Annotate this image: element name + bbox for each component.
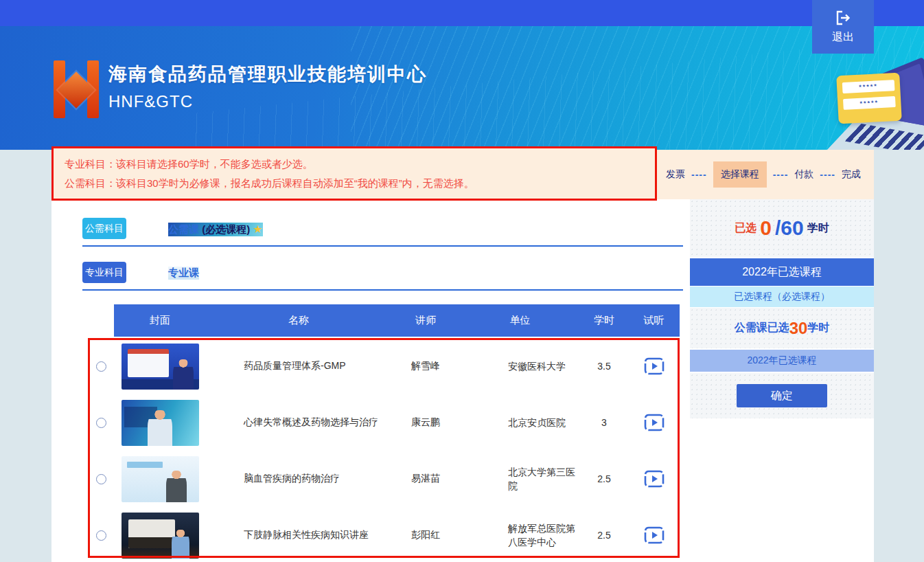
table-row: 脑血管疾病的药物治疗 易湛苗 北京大学第三医院 2.5 [88, 451, 680, 507]
course-hours: 2.5 [580, 473, 628, 484]
course-radio[interactable] [96, 474, 106, 484]
col-header-unit: 单位 [460, 314, 580, 327]
step-done: 完成 [842, 168, 861, 181]
course-lecturer: 解雪峰 [391, 360, 460, 372]
course-hours: 2.5 [580, 530, 628, 541]
selected-total: /60 [775, 216, 804, 240]
tab-public-subject[interactable]: 公需科目 [82, 218, 126, 239]
password-field-row: ***** [843, 96, 896, 110]
course-table-body: 药品质量管理体系-GMP 解雪峰 安徽医科大学 3.5 心律失常概述及药物选择与… [88, 338, 680, 562]
table-row: 心律失常概述及药物选择与治疗 康云鹏 北京安贞医院 3 [88, 394, 680, 451]
step-select-course: 选择课程 [713, 161, 767, 188]
year-selected-link[interactable]: 2022年已选课程 [690, 350, 874, 372]
col-header-lecturer: 讲师 [391, 314, 460, 327]
course-lecturer: 彭阳红 [391, 529, 460, 541]
play-preview-button[interactable] [644, 470, 665, 488]
public-section-title: 公需课 (必选课程) ★ [168, 223, 263, 236]
professional-section-title: 专业课 [168, 267, 199, 280]
course-radio[interactable] [96, 418, 106, 428]
top-bar [0, 0, 924, 26]
col-header-trial: 试听 [628, 314, 680, 327]
content-card: 公需科目 公需课 (必选课程) ★ 专业科目 专业课 封面 名称 讲师 单位 学… [51, 199, 874, 562]
step-invoice: 发票 [666, 168, 685, 181]
course-lecturer: 康云鹏 [391, 416, 460, 429]
public-suffix: 学时 [807, 321, 829, 335]
selected-prefix: 已选 [735, 221, 756, 236]
password-card: ***** ***** [836, 73, 902, 124]
course-unit: 解放军总医院第八医学中心 [460, 521, 577, 549]
step-payment: 付款 [794, 168, 813, 181]
course-lecturer: 易湛苗 [391, 473, 460, 485]
col-header-cover: 封面 [114, 314, 206, 327]
year-selected-header: 2022年已选课程 [690, 258, 874, 286]
public-hours: 30 [789, 319, 808, 338]
public-course-label: 公需课 [168, 223, 199, 235]
laptop-illustration: ***** ***** [842, 55, 924, 150]
course-name: 下肢静脉相关性疾病知识讲座 [206, 529, 391, 541]
course-name: 脑血管疾病的药物治疗 [206, 473, 391, 485]
tab-professional-subject[interactable]: 专业科目 [82, 262, 126, 283]
course-unit: 北京大学第三医院 [460, 465, 577, 493]
table-row: 下肢静脉相关性疾病知识讲座 彭阳红 解放军总医院第八医学中心 2.5 [88, 507, 680, 562]
step-separator: ---- [773, 169, 789, 180]
course-thumbnail[interactable] [122, 456, 199, 502]
logout-button[interactable]: 退出 [812, 0, 874, 54]
selected-courses-label: 已选课程（必选课程） [690, 286, 874, 307]
play-preview-button[interactable] [644, 526, 665, 544]
logout-label: 退出 [832, 30, 854, 45]
section-divider [82, 289, 683, 291]
selected-hours-summary: 已选 0 /60 学时 [690, 199, 874, 257]
table-row: 药品质量管理体系-GMP 解雪峰 安徽医科大学 3.5 [88, 338, 680, 394]
selected-suffix: 学时 [807, 221, 829, 236]
course-unit: 北京安贞医院 [460, 416, 577, 429]
site-title: 海南食品药品管理职业技能培训中心 [108, 62, 427, 87]
course-thumbnail[interactable] [122, 513, 199, 559]
course-radio[interactable] [96, 361, 106, 372]
col-header-name: 名称 [206, 314, 391, 327]
col-header-hours: 学时 [580, 314, 628, 327]
public-hours-summary: 公需课已选 30 学时 [690, 308, 874, 348]
course-hours: 3.5 [580, 361, 628, 372]
course-name: 心律失常概述及药物选择与治疗 [206, 416, 391, 429]
star-icon: ★ [253, 223, 262, 235]
step-separator: ---- [820, 169, 835, 180]
public-course-note: (必选课程) [202, 223, 250, 235]
header-banner: 海南食品药品管理职业技能培训中心 HNF&GTC ***** ***** [0, 26, 924, 150]
course-radio[interactable] [96, 530, 106, 541]
course-unit: 安徽医科大学 [460, 359, 577, 373]
progress-steps: 发票 ---- 选择课程 ---- 付款 ---- 完成 [666, 150, 872, 199]
play-preview-button[interactable] [644, 414, 665, 431]
brand-logo [54, 60, 99, 118]
section-divider [82, 245, 683, 247]
course-hours: 3 [580, 417, 628, 428]
course-thumbnail[interactable] [122, 400, 199, 446]
step-separator: ---- [691, 169, 707, 180]
notice-box: 专业科目：该科目请选择60学时，不能多选或者少选。 公需科目：该科目30学时为必… [51, 146, 657, 201]
play-preview-button[interactable] [644, 357, 665, 375]
confirm-area: 确定 [690, 373, 874, 418]
logout-icon [835, 10, 851, 26]
course-table-header: 封面 名称 讲师 单位 学时 试听 [114, 304, 680, 337]
course-thumbnail[interactable] [122, 344, 199, 390]
selection-sidebar: 已选 0 /60 学时 2022年已选课程 已选课程（必选课程） 公需课已选 3… [690, 199, 874, 418]
course-name: 药品质量管理体系-GMP [206, 360, 391, 372]
selected-count: 0 [760, 216, 772, 240]
confirm-button[interactable]: 确定 [737, 384, 827, 407]
professional-course-label: 专业课 [168, 267, 199, 278]
password-field-row: ***** [842, 80, 895, 93]
site-subtitle: HNF&GTC [108, 92, 427, 111]
notice-line-public: 公需科目：该科目30学时为必修课，报名成功后课程自动添加至“我的课程”内，无需选… [65, 174, 644, 193]
notice-line-professional: 专业科目：该科目请选择60学时，不能多选或者少选。 [65, 155, 644, 174]
public-prefix: 公需课已选 [735, 321, 789, 335]
